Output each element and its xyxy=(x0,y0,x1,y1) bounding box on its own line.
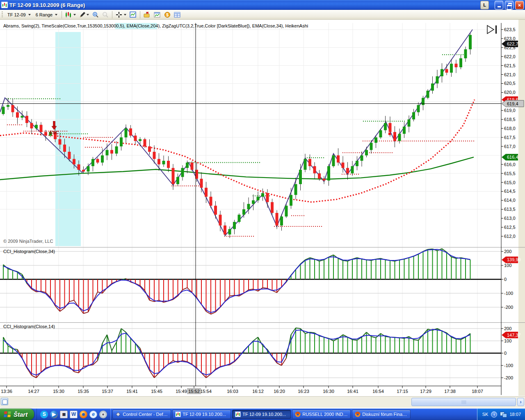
firefox-icon xyxy=(294,411,301,418)
taskbar: Štart S▶▦We Control Center - DefaultTF 1… xyxy=(0,409,525,420)
hidden-icons-chevron[interactable]: ‹ xyxy=(491,411,497,418)
svg-text:618,5: 618,5 xyxy=(504,117,516,122)
firefox-icon[interactable] xyxy=(80,411,87,418)
task-button[interactable]: Control Center - Default xyxy=(112,410,171,419)
svg-text:612,5: 612,5 xyxy=(504,225,516,230)
toolbar-separator xyxy=(62,11,62,18)
task-button-label: TF 12-09 19.10.200... xyxy=(242,412,286,417)
chart-canvas[interactable]: ESC623,5623,0622,5622,0621,5621,0620,562… xyxy=(0,0,525,420)
draw-tools-button[interactable] xyxy=(78,11,90,19)
close-button[interactable]: × xyxy=(515,1,524,9)
clock: 18:07 xyxy=(509,412,521,417)
zoom-out-button[interactable] xyxy=(101,11,110,19)
svg-text:100: 100 xyxy=(504,338,511,343)
svg-text:613,5: 613,5 xyxy=(504,207,516,212)
svg-text:16:03: 16:03 xyxy=(227,389,238,394)
chart-style-button[interactable] xyxy=(64,11,77,19)
firefox-icon xyxy=(354,411,361,418)
svg-text:613,0: 613,0 xyxy=(504,216,516,221)
svg-text:15:35: 15:35 xyxy=(78,389,89,394)
svg-text:$: $ xyxy=(166,12,169,17)
system-tray: SK ‹ 18:07 xyxy=(477,409,525,420)
minimize-button[interactable] xyxy=(495,1,503,9)
media-player-icon[interactable]: ▶ xyxy=(50,411,58,418)
cci14-panel-label: CCI_Histogram(Close,14) xyxy=(3,324,55,329)
restore-button[interactable] xyxy=(505,1,514,9)
task-button-label: Diskuzní fórum Financ... xyxy=(362,412,408,417)
svg-text:612,0: 612,0 xyxy=(504,234,516,239)
svg-text:13:36: 13:36 xyxy=(1,389,12,394)
svg-text:623,5: 623,5 xyxy=(504,27,516,32)
window-title: TF 12-09 19.10.2009 (6 Range) xyxy=(9,2,479,8)
svg-text:15:30: 15:30 xyxy=(53,389,64,394)
svg-text:17:29: 17:29 xyxy=(420,389,431,394)
svg-text:616,4: 616,4 xyxy=(507,155,518,160)
svg-text:621,5: 621,5 xyxy=(504,63,516,68)
task-button-label: Control Center - Default xyxy=(123,412,169,417)
scrollbar-right-arrow[interactable]: › xyxy=(517,398,524,406)
task-button[interactable]: Diskuzní fórum Financ... xyxy=(352,410,411,419)
svg-text:617,0: 617,0 xyxy=(504,144,516,149)
account-coins-button[interactable]: $ xyxy=(163,11,172,19)
svg-text:618,0: 618,0 xyxy=(504,126,516,131)
cd-icon[interactable] xyxy=(99,411,107,418)
alerts-button[interactable] xyxy=(142,11,152,19)
entry-dot xyxy=(388,132,391,135)
internet-explorer-icon[interactable]: e xyxy=(89,411,97,418)
start-button[interactable]: Štart xyxy=(0,409,34,420)
crosshair-button[interactable] xyxy=(114,11,128,19)
svg-text:200: 200 xyxy=(504,249,511,254)
task-buttons: Control Center - DefaultTF 12-09 19.10.2… xyxy=(111,409,477,420)
task-button-label: RUSSELL 2000 INDEX... xyxy=(302,412,348,417)
restore-icon xyxy=(508,3,512,6)
svg-text:15:49: 15:49 xyxy=(176,389,187,394)
svg-text:100: 100 xyxy=(504,263,511,268)
svg-text:-200: -200 xyxy=(504,305,513,310)
svg-text:16:23: 16:23 xyxy=(298,389,309,394)
period-selector[interactable]: 6 Range xyxy=(34,11,60,18)
toolbar-grip[interactable] xyxy=(2,11,3,18)
svg-text:17:38: 17:38 xyxy=(444,389,456,394)
start-label: Štart xyxy=(14,411,27,418)
title-bar[interactable]: TF 12-09 19.10.2009 (6 Range) L × xyxy=(0,0,525,10)
scrollbar-thumb[interactable] xyxy=(411,398,516,406)
task-button[interactable]: TF 12-09 19.10.200... xyxy=(232,410,291,419)
chart-window-button[interactable] xyxy=(153,11,162,19)
svg-text:15:41: 15:41 xyxy=(126,389,138,394)
data-grid-button[interactable] xyxy=(173,11,182,19)
app-icon xyxy=(1,2,8,8)
calculator-icon[interactable]: ▦ xyxy=(60,411,68,418)
copyright-label: © 2009 NinjaTrader, LLC xyxy=(3,239,53,244)
link-button[interactable]: L xyxy=(480,1,489,9)
skype-icon[interactable]: S xyxy=(40,411,48,418)
svg-text:18:07: 18:07 xyxy=(472,389,483,394)
ninjatrader-diamond-icon xyxy=(115,411,121,418)
svg-text:16:12: 16:12 xyxy=(252,389,264,394)
windows-logo-icon xyxy=(3,410,12,418)
language-indicator[interactable]: SK xyxy=(482,412,488,417)
chevron-down-icon xyxy=(28,14,31,16)
close-icon: × xyxy=(518,2,521,8)
zoom-in-button[interactable] xyxy=(91,11,100,19)
svg-text:0: 0 xyxy=(504,277,507,282)
svg-text:616,0: 616,0 xyxy=(504,162,516,167)
cci34-panel-label: CCI_Histogram(Close,34) xyxy=(3,249,55,254)
minimize-icon xyxy=(498,6,501,7)
svg-text:16:30: 16:30 xyxy=(323,389,334,394)
word-icon[interactable]: W xyxy=(70,411,78,418)
network-icon[interactable] xyxy=(500,412,507,417)
ninjatrader-chart-window: ESC623,5623,0622,5622,0621,5621,0620,562… xyxy=(0,0,525,420)
chart-region-button[interactable] xyxy=(128,11,138,19)
svg-text:621,0: 621,0 xyxy=(504,72,516,77)
panel-splitter-icon[interactable] xyxy=(1,398,8,405)
toolbar-separator xyxy=(112,11,112,18)
task-button[interactable]: TF 12-09 19.10.200... xyxy=(172,410,231,419)
svg-text:622,0: 622,0 xyxy=(504,54,516,59)
svg-text:615,5: 615,5 xyxy=(504,171,516,176)
task-button-label: TF 12-09 19.10.200... xyxy=(183,412,226,417)
toolbar-separator xyxy=(140,11,140,18)
instrument-selector[interactable]: TF 12-09 xyxy=(5,11,33,18)
svg-text:15:37: 15:37 xyxy=(102,389,113,394)
task-button[interactable]: RUSSELL 2000 INDEX... xyxy=(292,410,351,419)
session-highlight-band xyxy=(55,32,81,246)
